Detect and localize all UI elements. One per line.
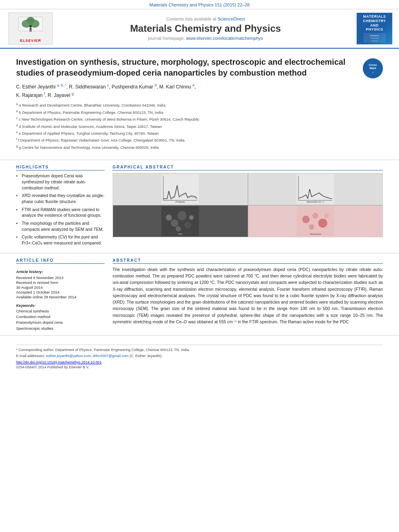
highlights-list: Praseodymium doped Ceria was synthesized… <box>16 173 105 246</box>
journal-logo-line1: MATERIALS <box>363 14 386 19</box>
highlights-title: HIGHLIGHTS <box>16 165 105 170</box>
highlights-column: HIGHLIGHTS Praseodymium doped Ceria was … <box>16 165 105 248</box>
keyword-2: Combustion method <box>16 314 105 320</box>
svg-point-32 <box>302 216 310 223</box>
keywords-label: Keywords: <box>16 303 105 308</box>
highlight-item-5: Cyclic voltammetry (CV) for the pure and… <box>16 234 105 246</box>
svg-text:■■■■■■■■: ■■■■■■■■ <box>371 40 377 42</box>
info-abstract-section: ARTICLE INFO Article history: Received 9… <box>0 258 399 331</box>
footnote-divider <box>16 345 383 345</box>
svg-point-36 <box>324 213 329 218</box>
svg-point-4 <box>27 17 35 24</box>
article-history-label: Article history: <box>16 269 105 274</box>
keyword-1: Chemical synthesis <box>16 308 105 314</box>
article-title: Investigation on synthesis, structure, m… <box>16 57 356 78</box>
ga-panel-4: Fluorescence <box>248 205 383 237</box>
svg-text:wwwwwwwww: wwwwwwwww <box>370 37 379 39</box>
received-line: Received 9 November 2013 <box>16 275 105 280</box>
svg-point-5 <box>29 25 32 27</box>
svg-text:SEM: SEM <box>178 233 182 235</box>
article-history: Article history: Received 9 November 201… <box>16 269 105 299</box>
svg-text:■■■■■■■■■: ■■■■■■■■■ <box>370 35 379 37</box>
svg-text:Wavenumber (cm⁻¹): Wavenumber (cm⁻¹) <box>306 201 324 203</box>
crossmark-badge: Cross Mark ✓ <box>363 58 383 78</box>
journal-title: Materials Chemistry and Physics <box>60 23 352 34</box>
divider-1 <box>0 160 399 160</box>
footnote-area: * Corresponding author. Department of Ph… <box>0 335 399 373</box>
authors-text: C. Esther Jeyanthi a, b, *, R. Siddheswa… <box>16 84 196 90</box>
corresponding-author: * Corresponding author. Department of Ph… <box>16 347 383 353</box>
journal-logo-right: MATERIALS CHEMISTRY AND PHYSICS ■■■■■■■■… <box>356 12 393 45</box>
homepage-link: journal homepage: www.elsevier.com/locat… <box>60 36 352 41</box>
svg-text:Cross: Cross <box>369 64 377 66</box>
journal-citation: Materials Chemistry and Physics 151 (201… <box>149 2 249 7</box>
journal-header: ELSEVIER Contents lists available at Sci… <box>0 9 399 49</box>
keywords-section: Keywords: Chemical synthesis Combustion … <box>16 303 105 331</box>
elsevier-logo: ELSEVIER <box>6 12 55 45</box>
svg-rect-31 <box>296 206 334 236</box>
affiliation-f: f f Department of Physics, Rajeswari Ved… <box>16 137 383 143</box>
graphical-abstract-image: 2θ (degree) Wavenumber (cm⁻¹) <box>113 173 383 237</box>
journal-center: Contents lists available at ScienceDirec… <box>60 16 352 41</box>
highlight-item-4: The morphology of the particles and comp… <box>16 220 105 232</box>
highlights-abstract-section: HIGHLIGHTS Praseodymium doped Ceria was … <box>0 165 399 248</box>
svg-text:Mark: Mark <box>370 67 376 70</box>
sciencedirect-link: Contents lists available at ScienceDirec… <box>60 16 352 21</box>
article-info-title: ARTICLE INFO <box>16 258 105 264</box>
affiliation-g: g g Centre for Nanoscience and Technolog… <box>16 144 383 150</box>
svg-text:2θ (degree): 2θ (degree) <box>175 201 185 203</box>
elsevier-logo-image: ELSEVIER <box>8 12 53 45</box>
ga-panel-2: Wavenumber (cm⁻¹) <box>248 173 383 205</box>
svg-point-28 <box>176 226 181 231</box>
revised-line: 30 August 2014 <box>16 285 105 290</box>
svg-text:Fluorescence: Fluorescence <box>310 233 321 235</box>
highlight-item-1: Praseodymium doped Ceria was synthesized… <box>16 173 105 191</box>
svg-point-24 <box>166 214 172 220</box>
email-footnote: E-mail addresses: esther.jeyanthi@yahoo.… <box>16 353 383 359</box>
affiliation-b: b b Department of Physics, Panimalar Eng… <box>16 109 383 115</box>
svg-point-29 <box>189 215 194 220</box>
keyword-4: Spectroscopic studies <box>16 326 105 331</box>
journal-logo-line3: AND <box>370 23 379 28</box>
elsevier-text: ELSEVIER <box>20 39 41 43</box>
svg-point-34 <box>318 218 327 227</box>
ga-panel-3: SEM <box>113 205 248 237</box>
affiliation-a: a a Research and Development Centre, Bha… <box>16 102 383 108</box>
journal-logo-line2: CHEMISTRY <box>363 19 386 23</box>
svg-text:✓: ✓ <box>372 71 374 74</box>
affiliation-c: c c New Technologies Research Centre, Un… <box>16 116 383 122</box>
journal-citation-bar: Materials Chemistry and Physics 151 (201… <box>0 0 399 9</box>
svg-point-33 <box>312 213 318 219</box>
svg-point-26 <box>178 211 187 220</box>
copyright-line: 0254-0584/© 2014 Published by Elsevier B… <box>16 365 383 369</box>
svg-rect-23 <box>162 206 199 236</box>
email1-link[interactable]: esther.jeyanthi@yahoo.com <box>46 354 91 358</box>
abstract-title: ABSTRACT <box>113 258 383 264</box>
authors: C. Esther Jeyanthi a, b, *, R. Siddheswa… <box>16 82 383 99</box>
accepted-line: Accepted 1 October 2014 <box>16 290 105 294</box>
svg-rect-19 <box>296 174 334 204</box>
email2-link[interactable]: drkrr2007@gmail.com <box>93 354 129 358</box>
keyword-3: Praseodymium doped ceria <box>16 320 105 325</box>
authors-text-2: K. Rajarajan f, R. Jayavel g <box>16 92 74 98</box>
graphical-abstract-column: GRAPHICAL ABSTRACT 2θ (degree) <box>113 165 383 248</box>
abstract-column: ABSTRACT The investigation deals with th… <box>113 258 383 331</box>
article-info-column: ARTICLE INFO Article history: Received 9… <box>16 258 105 331</box>
revised-form-label: Received in revised form <box>16 280 105 285</box>
affiliations: a a Research and Development Centre, Bha… <box>16 102 383 150</box>
svg-point-27 <box>184 222 191 228</box>
doi-link[interactable]: http://dx.doi.org/10.1016/j.matchemphys.… <box>16 360 102 364</box>
sciencedirect-anchor[interactable]: ScienceDirect <box>218 16 245 21</box>
doi-line: http://dx.doi.org/10.1016/j.matchemphys.… <box>16 360 383 364</box>
article-title-section: Investigation on synthesis, structure, m… <box>0 49 399 155</box>
affiliation-d: d d Institute of Atomic and Molecular Sc… <box>16 123 383 129</box>
highlight-item-3: FTIR and RAMAN studies were carried to a… <box>16 207 105 218</box>
highlight-item-2: XRD revealed that they crystallize as si… <box>16 193 105 204</box>
available-line: Available online 28 November 2014 <box>16 295 105 299</box>
ga-panel-1: 2θ (degree) <box>113 173 248 205</box>
affiliation-e: e e Department of Applied Physics, Tungh… <box>16 130 383 136</box>
homepage-anchor[interactable]: www.elsevier.com/locate/matchemphys <box>186 36 263 41</box>
svg-point-25 <box>171 219 179 227</box>
crossmark-area: Investigation on synthesis, structure, m… <box>16 57 383 78</box>
graphical-abstract-title: GRAPHICAL ABSTRACT <box>113 165 383 170</box>
